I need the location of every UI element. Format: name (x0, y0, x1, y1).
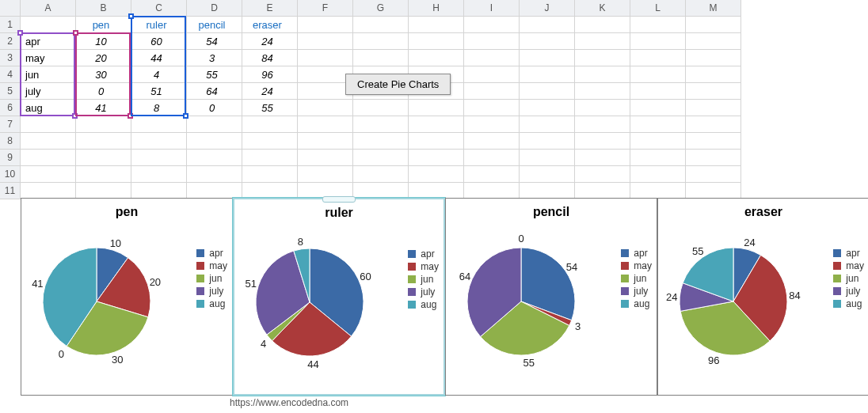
cell-L10[interactable] (630, 166, 686, 183)
cell-C1[interactable]: ruler (131, 17, 187, 33)
cell-B8[interactable] (76, 133, 131, 150)
col-header-D[interactable]: D (187, 0, 242, 17)
cell-A11[interactable] (21, 183, 76, 199)
cell-I7[interactable] (464, 116, 520, 133)
cell-G3[interactable] (353, 50, 409, 66)
cell-L1[interactable] (630, 17, 686, 33)
row-header-11[interactable]: 11 (0, 183, 21, 199)
cell-E1[interactable]: eraser (242, 17, 298, 33)
cell-F6[interactable] (298, 100, 353, 116)
cell-A1[interactable] (21, 17, 76, 33)
col-header-M[interactable]: M (686, 0, 741, 17)
cell-E10[interactable] (242, 166, 298, 183)
row-header-10[interactable]: 10 (0, 166, 21, 183)
cell-F10[interactable] (298, 166, 353, 183)
col-header-C[interactable]: C (131, 0, 187, 17)
cell-K11[interactable] (575, 183, 630, 199)
cell-A5[interactable]: july (21, 83, 76, 100)
cell-A3[interactable]: may (21, 50, 76, 66)
cell-J4[interactable] (520, 66, 575, 83)
cell-K4[interactable] (575, 66, 630, 83)
cell-M9[interactable] (686, 150, 741, 166)
cell-F2[interactable] (298, 33, 353, 50)
col-header-L[interactable]: L (630, 0, 686, 17)
col-header-K[interactable]: K (575, 0, 630, 17)
cell-I2[interactable] (464, 33, 520, 50)
col-header-J[interactable]: J (520, 0, 575, 17)
cell-I1[interactable] (464, 17, 520, 33)
cell-A9[interactable] (21, 150, 76, 166)
cell-F8[interactable] (298, 133, 353, 150)
cell-K9[interactable] (575, 150, 630, 166)
cell-H1[interactable] (409, 17, 464, 33)
col-header-E[interactable]: E (242, 0, 298, 17)
cell-D6[interactable]: 0 (187, 100, 242, 116)
cell-L3[interactable] (630, 50, 686, 66)
col-header-G[interactable]: G (353, 0, 409, 17)
col-header-A[interactable]: A (21, 0, 76, 17)
cell-D4[interactable]: 55 (187, 66, 242, 83)
cell-M7[interactable] (686, 116, 741, 133)
cell-M8[interactable] (686, 133, 741, 150)
cell-G11[interactable] (353, 183, 409, 199)
cell-J2[interactable] (520, 33, 575, 50)
cell-J10[interactable] (520, 166, 575, 183)
cell-A7[interactable] (21, 116, 76, 133)
cell-L9[interactable] (630, 150, 686, 166)
cell-A8[interactable] (21, 133, 76, 150)
cell-G2[interactable] (353, 33, 409, 50)
cell-B3[interactable]: 20 (76, 50, 131, 66)
cell-E8[interactable] (242, 133, 298, 150)
row-header-2[interactable]: 2 (0, 33, 21, 50)
spreadsheet[interactable]: ABCDEFGHIJKLM 1penrulerpencileraser2apr1… (0, 0, 868, 199)
cell-D1[interactable]: pencil (187, 17, 242, 33)
cell-C4[interactable]: 4 (131, 66, 187, 83)
cell-C3[interactable]: 44 (131, 50, 187, 66)
cell-H2[interactable] (409, 33, 464, 50)
cell-C11[interactable] (131, 183, 187, 199)
cell-G10[interactable] (353, 166, 409, 183)
cell-M11[interactable] (686, 183, 741, 199)
cell-B6[interactable]: 41 (76, 100, 131, 116)
col-header-F[interactable]: F (298, 0, 353, 17)
cell-M3[interactable] (686, 50, 741, 66)
cell-M6[interactable] (686, 100, 741, 116)
cell-E9[interactable] (242, 150, 298, 166)
chart-ruler[interactable]: ruler60444518aprmayjunjulyaug (233, 198, 445, 396)
create-pie-charts-button[interactable]: Create Pie Charts (345, 74, 451, 95)
cell-K3[interactable] (575, 50, 630, 66)
cell-L2[interactable] (630, 33, 686, 50)
cell-J3[interactable] (520, 50, 575, 66)
cell-I4[interactable] (464, 66, 520, 83)
cell-H3[interactable] (409, 50, 464, 66)
cell-F7[interactable] (298, 116, 353, 133)
cell-L4[interactable] (630, 66, 686, 83)
cell-K10[interactable] (575, 166, 630, 183)
cell-M1[interactable] (686, 17, 741, 33)
cell-I5[interactable] (464, 83, 520, 100)
cell-C6[interactable]: 8 (131, 100, 187, 116)
cell-A6[interactable]: aug (21, 100, 76, 116)
cell-B5[interactable]: 0 (76, 83, 131, 100)
cell-G1[interactable] (353, 17, 409, 33)
cell-K5[interactable] (575, 83, 630, 100)
cell-D5[interactable]: 64 (187, 83, 242, 100)
cell-F9[interactable] (298, 150, 353, 166)
cell-E11[interactable] (242, 183, 298, 199)
cell-B9[interactable] (76, 150, 131, 166)
cell-A10[interactable] (21, 166, 76, 183)
cell-C5[interactable]: 51 (131, 83, 187, 100)
cell-F3[interactable] (298, 50, 353, 66)
cell-E5[interactable]: 24 (242, 83, 298, 100)
row-header-1[interactable]: 1 (0, 17, 21, 33)
row-header-8[interactable]: 8 (0, 133, 21, 150)
row-header-5[interactable]: 5 (0, 83, 21, 100)
corner-cell[interactable] (0, 0, 21, 17)
cell-L8[interactable] (630, 133, 686, 150)
cell-I3[interactable] (464, 50, 520, 66)
cell-K7[interactable] (575, 116, 630, 133)
cell-L11[interactable] (630, 183, 686, 199)
cell-B10[interactable] (76, 166, 131, 183)
cell-J7[interactable] (520, 116, 575, 133)
cell-D8[interactable] (187, 133, 242, 150)
